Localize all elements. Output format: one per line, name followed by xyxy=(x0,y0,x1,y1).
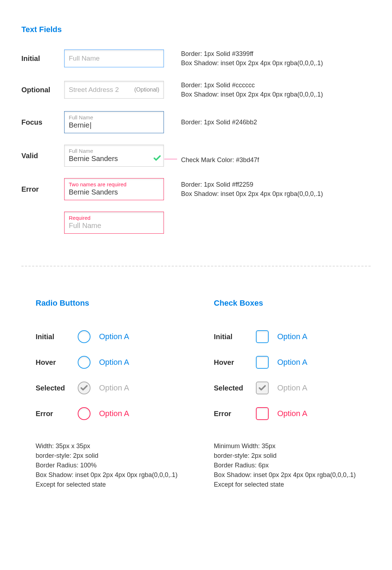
placeholder-text: Full Name xyxy=(69,222,101,229)
radio-row-error: Error Option A xyxy=(36,401,192,426)
text-field-row-focus: Focus Full Name Bernie Border: 1px Solid… xyxy=(21,111,371,133)
checkbox-row-selected: Selected Option A xyxy=(214,375,371,401)
state-label: Hover xyxy=(214,358,253,367)
checkbox-row-initial: Initial Option A xyxy=(214,324,371,349)
state-label: Initial xyxy=(21,55,64,63)
input-value: Bernie xyxy=(69,121,92,129)
state-label: Error xyxy=(36,410,75,418)
checkbox-row-error: Error Option A xyxy=(214,401,371,426)
option-label[interactable]: Option A xyxy=(277,332,307,341)
check-icon xyxy=(258,385,266,391)
spec-annotation: Border: 1px Solid #3399ff Box Shadow: in… xyxy=(181,49,371,68)
checkbox-selected[interactable] xyxy=(256,382,269,394)
state-label: Selected xyxy=(214,384,253,392)
radio-hover[interactable] xyxy=(78,356,91,369)
placeholder-text: Street Address 2 xyxy=(69,86,119,94)
option-label[interactable]: Option A xyxy=(99,332,129,341)
error-label: Two names are required xyxy=(69,181,159,187)
error-label: Required xyxy=(69,215,159,221)
optional-tag: (Optional) xyxy=(134,87,159,93)
spec-line: Border Radius: 6px xyxy=(214,461,371,470)
section-divider xyxy=(21,266,371,266)
textfield-initial[interactable]: Full Name xyxy=(64,50,164,67)
annot-line: Border: 1px Solid #246bb2 xyxy=(181,118,371,127)
spec-line: Minimum Width: 35px xyxy=(214,441,371,451)
option-label[interactable]: Option A xyxy=(277,358,307,367)
annot-line: Box Shadow: inset 0px 2px 4px 0px rgba(0… xyxy=(181,189,371,198)
checkbox-hover[interactable] xyxy=(256,356,269,369)
heading-radio-buttons: Radio Buttons xyxy=(36,299,192,308)
checkbox-initial[interactable] xyxy=(256,330,269,343)
state-label: Hover xyxy=(36,358,75,367)
state-label: Initial xyxy=(36,333,75,341)
spec-line: Width: 35px x 35px xyxy=(36,441,192,451)
textfield-error[interactable]: Two names are required Bernie Sanders xyxy=(64,178,164,200)
option-label[interactable]: Option A xyxy=(99,409,129,418)
floating-label: Full Name xyxy=(69,114,159,120)
input-value: Bernie Sanders xyxy=(69,155,118,162)
radio-initial[interactable] xyxy=(78,330,91,343)
annot-line: Border: 1px Solid #3399ff xyxy=(181,49,371,58)
spec-line: Except for selected state xyxy=(36,480,192,489)
spec-line: Except for selected state xyxy=(214,480,371,489)
spec-annotation: Check Mark Color: #3bd47f xyxy=(181,147,371,165)
annot-line: Box Shadow: inset 0px 2px 4px 0px rgba(0… xyxy=(181,90,371,99)
floating-label: Full Name xyxy=(69,148,159,154)
check-icon xyxy=(154,155,161,163)
annot-line: Box Shadow: inset 0px 2px 4px 0px rgba(0… xyxy=(181,58,371,68)
text-field-row-valid: Valid Full Name Bernie Sanders Check Mar… xyxy=(21,145,371,167)
spec-annotation: Border: 1px Solid #ff2259 Box Shadow: in… xyxy=(181,180,371,198)
annot-line: Check Mark Color: #3bd47f xyxy=(181,155,371,165)
radio-buttons-section: Radio Buttons Initial Option A Hover Opt… xyxy=(36,299,192,489)
spec-line: Box Shadow: inset 0px 2px 4px 0px rgba(0… xyxy=(214,470,371,480)
text-field-row-error-empty: Required Full Name xyxy=(21,212,371,234)
annot-line: Border: 1px Solid #cccccc xyxy=(181,81,371,90)
spec-line: Border Radius: 100% xyxy=(36,461,192,470)
spec-annotation: Border: 1px Solid #cccccc Box Shadow: in… xyxy=(181,81,371,99)
state-label: Optional xyxy=(21,86,64,94)
radio-row-selected: Selected Option A xyxy=(36,375,192,401)
radio-error[interactable] xyxy=(78,407,91,420)
state-label: Focus xyxy=(21,118,64,126)
radio-row-hover: Hover Option A xyxy=(36,349,192,375)
radio-selected[interactable] xyxy=(78,382,91,394)
spec-line: border-style: 2px solid xyxy=(214,451,371,461)
state-label: Selected xyxy=(36,384,75,392)
check-boxes-section: Check Boxes Initial Option A Hover Optio… xyxy=(214,299,371,489)
annot-line: Border: 1px Solid #ff2259 xyxy=(181,180,371,189)
text-field-row-error: Error Two names are required Bernie Sand… xyxy=(21,178,371,200)
checkbox-row-hover: Hover Option A xyxy=(214,349,371,375)
heading-text-fields: Text Fields xyxy=(21,25,371,34)
state-label: Valid xyxy=(21,152,64,160)
state-label: Error xyxy=(214,410,253,418)
option-label[interactable]: Option A xyxy=(99,383,129,393)
textfield-error-empty[interactable]: Required Full Name xyxy=(64,212,164,234)
state-label: Initial xyxy=(214,333,253,341)
input-value: Bernie Sanders xyxy=(69,188,118,196)
textfield-focus[interactable]: Full Name Bernie xyxy=(64,111,164,133)
option-label[interactable]: Option A xyxy=(99,358,129,367)
checkbox-spec: Minimum Width: 35px border-style: 2px so… xyxy=(214,441,371,489)
heading-check-boxes: Check Boxes xyxy=(214,299,371,308)
text-field-row-initial: Initial Full Name Border: 1px Solid #339… xyxy=(21,48,371,68)
callout-line xyxy=(164,159,177,159)
spec-annotation: Border: 1px Solid #246bb2 xyxy=(181,118,371,127)
text-fields-section: Text Fields Initial Full Name Border: 1p… xyxy=(21,25,371,234)
checkbox-error[interactable] xyxy=(256,407,269,420)
option-label[interactable]: Option A xyxy=(277,383,307,393)
spec-line: border-style: 2px solid xyxy=(36,451,192,461)
check-icon xyxy=(80,385,88,391)
spec-line: Box Shadow: inset 0px 2px 4px 0px rgba(0… xyxy=(36,470,192,480)
state-label: Error xyxy=(21,185,64,193)
text-field-row-optional: Optional Street Address 2 (Optional) Bor… xyxy=(21,80,371,100)
radio-row-initial: Initial Option A xyxy=(36,324,192,349)
textfield-optional[interactable]: Street Address 2 (Optional) xyxy=(64,81,164,99)
radio-spec: Width: 35px x 35px border-style: 2px sol… xyxy=(36,441,192,489)
textfield-valid[interactable]: Full Name Bernie Sanders xyxy=(64,145,164,167)
option-label[interactable]: Option A xyxy=(277,409,307,418)
